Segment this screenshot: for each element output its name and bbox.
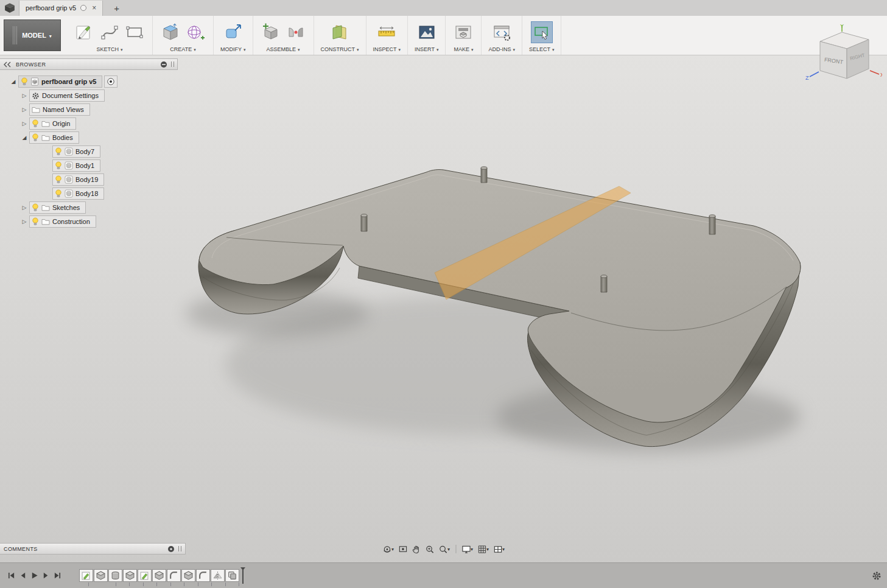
browser-item-body18[interactable]: Body18 bbox=[9, 187, 178, 200]
group-label-sketch[interactable]: SKETCH bbox=[96, 46, 122, 54]
go-to-end-button[interactable] bbox=[52, 570, 63, 581]
visibility-bulb-icon[interactable] bbox=[32, 217, 39, 226]
group-label-insert[interactable]: INSERT bbox=[415, 46, 438, 54]
group-label-addins[interactable]: ADD-INS bbox=[488, 46, 515, 54]
look-at-button[interactable] bbox=[396, 544, 409, 555]
measure-icon bbox=[377, 23, 396, 41]
visibility-bulb-icon[interactable] bbox=[32, 203, 39, 212]
browser-item-body7[interactable]: Body7 bbox=[9, 145, 178, 158]
expand-toggle-icon[interactable] bbox=[19, 93, 29, 99]
fit-button[interactable] bbox=[436, 544, 452, 555]
construction-plane-button[interactable] bbox=[329, 21, 351, 43]
orbit-button[interactable] bbox=[380, 544, 396, 555]
browser-item-bodies[interactable]: Bodies bbox=[9, 131, 178, 144]
timeline-feature-sketch[interactable] bbox=[79, 569, 93, 582]
browser-item-origin[interactable]: Origin bbox=[9, 117, 178, 130]
timeline-feature-fillet[interactable] bbox=[196, 569, 210, 582]
play-button[interactable] bbox=[29, 570, 40, 581]
pan-button[interactable] bbox=[410, 544, 422, 555]
expand-toggle-icon[interactable] bbox=[19, 205, 29, 211]
new-component-button[interactable] bbox=[260, 21, 282, 43]
tab-close-icon[interactable]: × bbox=[91, 4, 97, 12]
expand-toggle-icon[interactable] bbox=[19, 219, 29, 225]
collapse-panel-icon[interactable] bbox=[3, 61, 12, 68]
panel-collapse-icon[interactable] bbox=[160, 61, 167, 68]
make-3d-print-button[interactable] bbox=[452, 21, 474, 43]
insert-canvas-button[interactable] bbox=[416, 21, 438, 43]
group-label-construct[interactable]: CONSTRUCT bbox=[321, 46, 359, 54]
timeline-feature-mirror[interactable] bbox=[211, 569, 225, 582]
expand-toggle-icon[interactable] bbox=[19, 107, 29, 113]
zoom-button[interactable] bbox=[423, 544, 436, 555]
browser-item-body1[interactable]: Body1 bbox=[9, 159, 178, 172]
group-label-make[interactable]: MAKE bbox=[454, 46, 473, 54]
timeline-feature-combine[interactable] bbox=[225, 569, 239, 582]
panel-resize-handle[interactable] bbox=[171, 61, 174, 67]
browser-item-body19[interactable]: Body19 bbox=[9, 173, 178, 186]
press-pull-button[interactable] bbox=[222, 21, 244, 43]
press-pull-icon bbox=[224, 23, 242, 41]
timeline-feature-extrude[interactable] bbox=[94, 569, 108, 582]
timeline-feature-sketch[interactable] bbox=[138, 569, 152, 582]
timeline-ticks bbox=[88, 583, 239, 586]
timeline-feature-extrude[interactable] bbox=[152, 569, 166, 582]
joint-button[interactable] bbox=[285, 21, 307, 43]
group-label-select[interactable]: SELECT bbox=[529, 46, 555, 54]
toolbar-group-select: SELECT bbox=[522, 16, 562, 55]
visibility-bulb-icon[interactable] bbox=[55, 147, 62, 156]
view-cube[interactable]: FRONT RIGHT Y X Z bbox=[805, 22, 882, 88]
primitive-sphere-button[interactable] bbox=[184, 21, 206, 43]
select-tool-button[interactable] bbox=[531, 21, 553, 43]
group-label-assemble[interactable]: ASSEMBLE bbox=[266, 46, 300, 54]
timeline-settings-button[interactable] bbox=[872, 571, 882, 581]
timeline-feature-revolve[interactable] bbox=[108, 569, 122, 582]
combine-feature-icon bbox=[228, 571, 237, 580]
tab-title: perfboard grip v5 bbox=[26, 4, 76, 12]
browser-item-root[interactable]: perfboard grip v5 bbox=[9, 75, 178, 88]
spline-button[interactable] bbox=[99, 21, 121, 43]
visibility-bulb-icon[interactable] bbox=[32, 133, 39, 142]
comments-resize-handle[interactable] bbox=[178, 546, 181, 551]
tab-sync-status-icon bbox=[80, 5, 86, 11]
step-forward-button[interactable] bbox=[40, 570, 52, 581]
viewports-button[interactable] bbox=[491, 544, 507, 555]
component-activate-icon[interactable] bbox=[104, 75, 117, 88]
browser-item-construction[interactable]: Construction bbox=[9, 215, 178, 228]
document-tab[interactable]: perfboard grip v5 × bbox=[19, 1, 103, 16]
browser-item-sket­ches[interactable]: Sketches bbox=[9, 201, 178, 214]
comments-panel-header[interactable]: COMMENTS bbox=[0, 543, 186, 555]
rectangle-button[interactable] bbox=[124, 21, 145, 43]
comments-expand-icon[interactable] bbox=[167, 545, 175, 553]
tab-bar: perfboard grip v5 × + bbox=[0, 0, 887, 16]
measure-button[interactable] bbox=[376, 21, 398, 43]
timeline-feature-fillet[interactable] bbox=[167, 569, 181, 582]
new-tab-button[interactable]: + bbox=[110, 3, 123, 13]
sketch-feature-icon bbox=[82, 571, 91, 580]
viewport[interactable]: BROWSER bbox=[0, 55, 887, 563]
scripts-addins-button[interactable] bbox=[491, 21, 513, 43]
visibility-bulb-icon[interactable] bbox=[21, 77, 28, 86]
grid-and-snaps-button[interactable] bbox=[475, 544, 491, 555]
go-to-start-button[interactable] bbox=[5, 570, 17, 581]
group-label-modify[interactable]: MODIFY bbox=[220, 46, 246, 54]
visibility-bulb-icon[interactable] bbox=[55, 175, 62, 184]
expand-toggle-icon[interactable] bbox=[19, 135, 29, 141]
visibility-bulb-icon[interactable] bbox=[55, 189, 62, 198]
browser-item-named-views[interactable]: Named Views bbox=[9, 103, 178, 116]
gear-icon bbox=[32, 92, 40, 100]
expand-toggle-icon[interactable] bbox=[19, 121, 29, 127]
expand-toggle-icon[interactable] bbox=[9, 79, 18, 85]
browser-item-document-settings[interactable]: Document Settings bbox=[9, 89, 178, 102]
timeline-position-marker[interactable] bbox=[242, 568, 244, 584]
timeline-feature-extrude[interactable] bbox=[123, 569, 137, 582]
extrude-button[interactable] bbox=[160, 21, 181, 43]
visibility-bulb-icon[interactable] bbox=[32, 119, 39, 128]
group-label-inspect[interactable]: INSPECT bbox=[373, 46, 401, 54]
create-sketch-button[interactable] bbox=[74, 21, 96, 43]
group-label-create[interactable]: CREATE bbox=[170, 46, 195, 54]
display-settings-button[interactable] bbox=[460, 544, 475, 555]
visibility-bulb-icon[interactable] bbox=[55, 161, 62, 170]
timeline-feature-extrude[interactable] bbox=[181, 569, 195, 582]
step-back-button[interactable] bbox=[17, 570, 29, 581]
workspace-switcher[interactable]: MODEL bbox=[4, 19, 61, 51]
